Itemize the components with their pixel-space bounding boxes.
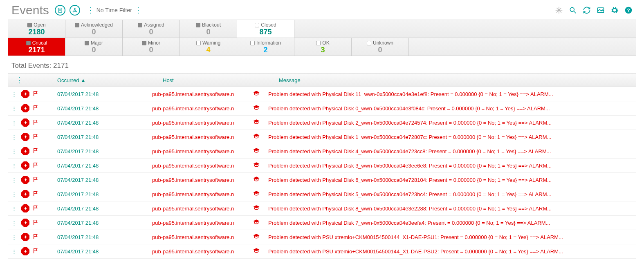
graduation-cap-icon[interactable] [253, 118, 268, 127]
column-message[interactable]: Message [279, 77, 636, 83]
status-tab-blackout[interactable]: Blackout0 [180, 20, 237, 38]
devices-icon[interactable] [55, 5, 65, 16]
cell-host[interactable]: pub-pa95.internal.sentrysoftware.n [152, 120, 253, 126]
cell-host[interactable]: pub-pa95.internal.sentrysoftware.n [152, 248, 253, 255]
cell-host[interactable]: pub-pa95.internal.sentrysoftware.n [152, 220, 253, 226]
graduation-cap-icon[interactable] [253, 104, 268, 113]
cell-message: Problem detected with Physical Disk 1_ww… [268, 134, 636, 140]
event-row[interactable]: ⋮07/04/2017 21:48pub-pa95.internal.sentr… [8, 230, 636, 244]
row-menu-icon[interactable]: ⋮ [8, 191, 20, 197]
cell-host[interactable]: pub-pa95.internal.sentrysoftware.n [152, 148, 253, 154]
gear-icon[interactable] [610, 6, 619, 14]
flag-icon[interactable] [31, 219, 47, 227]
row-menu-icon[interactable]: ⋮ [8, 134, 20, 140]
event-row[interactable]: ⋮07/04/2017 21:48pub-pa95.internal.sentr… [8, 101, 636, 116]
severity-icon [20, 147, 31, 155]
event-row[interactable]: ⋮07/04/2017 21:48pub-pa95.internal.sentr… [8, 244, 636, 259]
graduation-cap-icon[interactable] [253, 176, 268, 184]
event-row[interactable]: ⋮07/04/2017 21:48pub-pa95.internal.sentr… [8, 87, 636, 101]
cell-host[interactable]: pub-pa95.internal.sentrysoftware.n [152, 206, 253, 212]
event-row[interactable]: ⋮07/04/2017 21:48pub-pa95.internal.sentr… [8, 187, 636, 201]
severity-tab-information[interactable]: Information2 [237, 38, 294, 56]
page-title: Events [11, 3, 49, 17]
graduation-cap-icon[interactable] [253, 233, 268, 241]
graduation-cap-icon[interactable] [253, 247, 268, 256]
cell-message: Problem detected with Physical Disk 6_ww… [268, 177, 636, 183]
topology-icon[interactable] [70, 5, 80, 16]
cell-message: Problem detected with Physical Disk 4_ww… [268, 148, 636, 154]
graduation-cap-icon[interactable] [253, 219, 268, 227]
row-menu-icon[interactable]: ⋮ [8, 234, 20, 240]
event-row[interactable]: ⋮07/04/2017 21:48pub-pa95.internal.sentr… [8, 159, 636, 173]
cell-host[interactable]: pub-pa95.internal.sentrysoftware.n [152, 163, 253, 169]
row-menu-icon[interactable]: ⋮ [8, 177, 20, 183]
event-row[interactable]: ⋮07/04/2017 21:48pub-pa95.internal.sentr… [8, 216, 636, 230]
severity-tab-warning[interactable]: Warning4 [180, 38, 237, 56]
severity-tab-unknown[interactable]: Unknown0 [352, 38, 409, 56]
severity-tab-minor[interactable]: Minor0 [123, 38, 180, 56]
row-menu-icon[interactable]: ⋮ [8, 91, 20, 97]
graduation-cap-icon[interactable] [253, 147, 268, 156]
row-menu-icon[interactable]: ⋮ [8, 163, 20, 169]
column-occurred[interactable]: Occurred ▲ [57, 77, 163, 83]
event-row[interactable]: ⋮07/04/2017 21:48pub-pa95.internal.sentr… [8, 173, 636, 187]
row-menu-icon[interactable]: ⋮ [8, 105, 20, 112]
cell-occurred: 07/04/2017 21:48 [47, 206, 152, 212]
graduation-cap-icon[interactable] [253, 133, 268, 141]
cell-host[interactable]: pub-pa95.internal.sentrysoftware.n [152, 134, 253, 140]
refresh-icon[interactable] [583, 6, 591, 14]
header-menu-icon[interactable]: ⋮ [87, 6, 94, 15]
time-filter-menu-icon[interactable]: ⋮ [135, 6, 142, 15]
severity-tab-major[interactable]: Major0 [65, 38, 123, 56]
cell-host[interactable]: pub-pa95.internal.sentrysoftware.n [152, 234, 253, 240]
row-menu-icon[interactable]: ⋮ [8, 206, 20, 212]
event-row[interactable]: ⋮07/04/2017 21:48pub-pa95.internal.sentr… [8, 144, 636, 159]
cell-host[interactable]: pub-pa95.internal.sentrysoftware.n [152, 191, 253, 197]
cell-occurred: 07/04/2017 21:48 [47, 120, 152, 126]
help-icon[interactable]: ? [624, 6, 633, 14]
flag-icon[interactable] [31, 148, 47, 155]
flag-icon[interactable] [31, 176, 47, 184]
flag-icon[interactable] [31, 205, 47, 212]
flag-icon[interactable] [31, 190, 47, 198]
status-tab-open[interactable]: Open2180 [8, 20, 65, 38]
table-menu-icon[interactable]: ⋮ [16, 76, 23, 85]
row-menu-icon[interactable]: ⋮ [8, 148, 20, 154]
cell-occurred: 07/04/2017 21:48 [47, 91, 152, 97]
svg-point-10 [570, 7, 574, 11]
graduation-cap-icon[interactable] [253, 204, 268, 213]
severity-icon [20, 176, 31, 184]
cell-message: Problem detected with Physical Disk 0_ww… [268, 105, 636, 112]
status-tab-acknowledged[interactable]: Acknowledged0 [65, 20, 123, 38]
cell-host[interactable]: pub-pa95.internal.sentrysoftware.n [152, 105, 253, 112]
event-row[interactable]: ⋮07/04/2017 21:48pub-pa95.internal.sentr… [8, 116, 636, 130]
flag-icon[interactable] [31, 248, 47, 255]
cell-host[interactable]: pub-pa95.internal.sentrysoftware.n [152, 177, 253, 183]
flag-icon[interactable] [31, 233, 47, 241]
event-row[interactable]: ⋮07/04/2017 21:48pub-pa95.internal.sentr… [8, 130, 636, 144]
row-menu-icon[interactable]: ⋮ [8, 220, 20, 226]
flag-icon[interactable] [31, 105, 47, 112]
image-icon[interactable] [597, 6, 605, 14]
column-host[interactable]: Host [163, 77, 279, 83]
row-menu-icon[interactable]: ⋮ [8, 248, 20, 255]
search-icon[interactable] [569, 6, 577, 14]
flag-icon[interactable] [31, 133, 47, 141]
severity-tab-critical[interactable]: Critical2171 [8, 38, 65, 56]
status-tab-closed[interactable]: Closed875 [237, 20, 294, 38]
row-menu-icon[interactable]: ⋮ [8, 120, 20, 126]
flag-icon[interactable] [31, 162, 47, 170]
severity-tab-ok[interactable]: OK3 [294, 38, 352, 56]
graduation-cap-icon[interactable] [253, 90, 268, 98]
cell-host[interactable]: pub-pa95.internal.sentrysoftware.n [152, 91, 253, 97]
snowflake-icon[interactable] [555, 6, 563, 14]
time-filter-label[interactable]: No Time Filter [96, 7, 132, 13]
svg-line-11 [574, 11, 576, 13]
event-row[interactable]: ⋮07/04/2017 21:48pub-pa95.internal.sentr… [8, 201, 636, 216]
table-header: ⋮ Occurred ▲ Host Message [8, 73, 636, 87]
status-tab-assigned[interactable]: Assigned0 [123, 20, 180, 38]
flag-icon[interactable] [31, 90, 47, 98]
graduation-cap-icon[interactable] [253, 190, 268, 199]
flag-icon[interactable] [31, 119, 47, 127]
graduation-cap-icon[interactable] [253, 161, 268, 170]
